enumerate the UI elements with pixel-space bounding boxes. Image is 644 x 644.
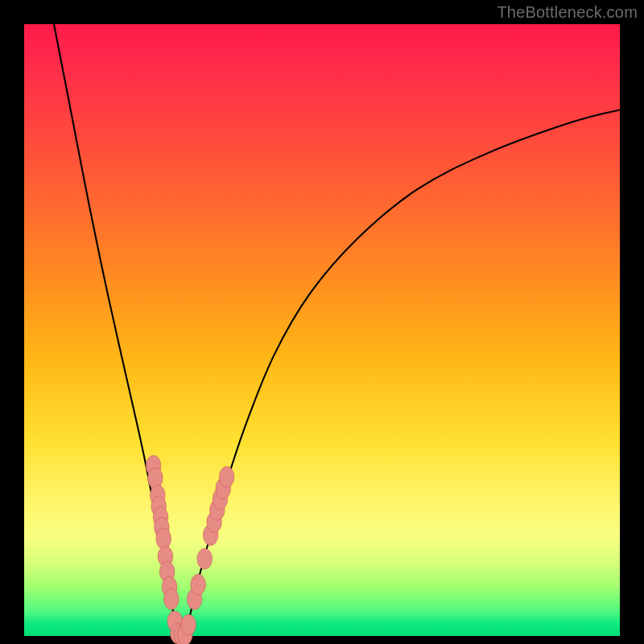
- data-marker: [197, 548, 213, 569]
- watermark-text: TheBottleneck.com: [497, 3, 638, 22]
- data-marker: [164, 589, 180, 610]
- chart-svg: [24, 24, 620, 636]
- plot-area: [24, 24, 620, 636]
- bottleneck-curve: [54, 24, 620, 639]
- data-marker: [191, 574, 206, 595]
- curve-group: [54, 24, 620, 639]
- data-marker: [156, 528, 171, 549]
- marker-group: [146, 456, 234, 644]
- data-marker: [219, 467, 234, 488]
- chart-frame: TheBottleneck.com: [0, 0, 644, 644]
- data-marker: [181, 614, 196, 635]
